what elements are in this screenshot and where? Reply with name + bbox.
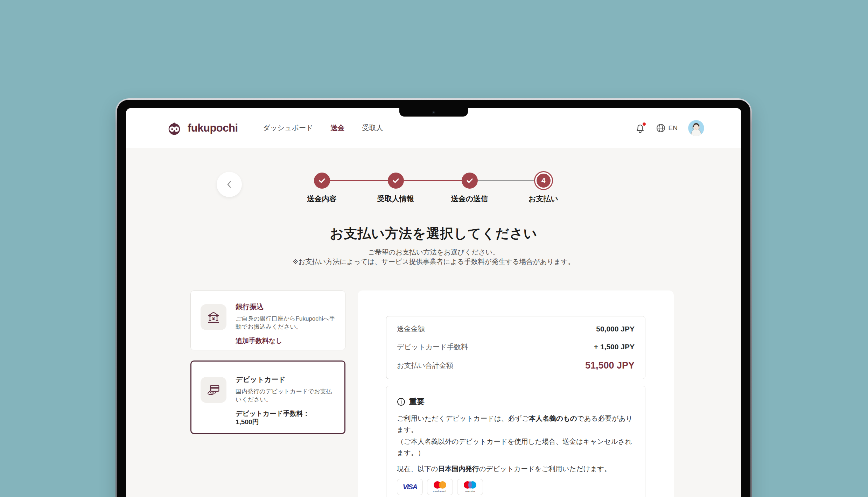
summary-row-amount: 送金金額 50,000 JPY <box>397 324 635 334</box>
visa-logo: VISA <box>403 483 417 491</box>
check-icon <box>465 176 474 185</box>
browser-screen: fukupochi ダッシュボード 送金 受取人 <box>126 108 741 497</box>
important-notice-card: 重要 ご利用いただくデビットカードは、必ずご本人名義のものである必要があります。… <box>386 386 645 497</box>
method-card-debit-card[interactable]: デビットカード 国内発行のデビットカードでお支払いください。 デビットカード手数… <box>190 360 345 434</box>
summary-row-fee: デビットカード手数料 + 1,500 JPY <box>397 342 635 352</box>
svg-text:¥: ¥ <box>212 316 215 321</box>
webcam-icon <box>432 111 435 114</box>
page-title-block: お支払い方法を選択してください ご希望のお支払い方法をお選びください。 ※お支払… <box>126 148 741 266</box>
page-subtitle: ご希望のお支払い方法をお選びください。 ※お支払い方法によっては、サービス提供事… <box>126 247 741 266</box>
nav-item-recipients[interactable]: 受取人 <box>362 123 383 133</box>
laptop-frame: fukupochi ダッシュボード 送金 受取人 <box>115 98 752 497</box>
step-transfer-details: 送金内容 <box>285 173 359 204</box>
progress-stepper: 送金内容 受取人情報 <box>285 173 580 204</box>
payment-method-list: ¥ 銀行振込 ご自身の銀行口座からFukupochiへ手動でお振込みください。 … <box>190 290 345 434</box>
accepted-card-brands: VISA mastercard. <box>397 479 635 495</box>
check-icon <box>318 176 326 185</box>
debit-card-icon-tile <box>201 377 226 403</box>
method-description: ご自身の銀行口座からFukupochiへ手動でお振込みください。 <box>236 315 335 331</box>
notice-paragraph-2: （ご本人名義以外のデビットカードを使用した場合、送金はキャンセルされます。） <box>397 436 635 458</box>
bank-icon: ¥ <box>205 309 222 325</box>
method-card-text: デビットカード 国内発行のデビットカードでお支払いください。 デビットカード手数… <box>236 375 335 433</box>
mastercard-logo-chip: mastercard. <box>427 479 453 495</box>
user-avatar[interactable] <box>688 120 704 136</box>
summary-row-total: お支払い合計金額 51,500 JPY <box>397 360 635 371</box>
check-icon <box>392 176 400 185</box>
brand-name: fukupochi <box>188 122 238 134</box>
subtitle-line-1: ご希望のお支払い方法をお選びください。 <box>126 247 741 257</box>
nav-item-send-money[interactable]: 送金 <box>330 123 344 133</box>
language-switcher[interactable]: EN <box>656 123 678 133</box>
method-fee-note: デビットカード手数料： 1,500円 <box>236 410 335 426</box>
page-title: お支払い方法を選択してください <box>126 225 741 243</box>
header-actions: EN <box>635 120 704 136</box>
bank-icon-tile: ¥ <box>201 304 226 330</box>
desktop-background: { "header": { "brand": "fukupochi", "nav… <box>0 0 868 497</box>
maestro-logo-chip: maestro <box>457 479 483 495</box>
method-title: デビットカード <box>236 375 335 384</box>
step-done-circle <box>462 173 478 189</box>
brand-logo[interactable]: fukupochi <box>166 120 238 136</box>
notification-badge <box>643 122 646 126</box>
maestro-logo <box>464 481 476 489</box>
penguin-logo-icon <box>166 120 182 136</box>
payment-details-panel: 送金金額 50,000 JPY デビットカード手数料 + 1,500 JPY お… <box>358 290 674 497</box>
total-amount: 51,500 JPY <box>585 360 635 371</box>
page-content: 送金内容 受取人情報 <box>126 148 741 497</box>
step-number: 4 <box>537 174 551 188</box>
notifications-button[interactable] <box>635 122 645 134</box>
visa-logo-chip: VISA <box>397 479 423 495</box>
mastercard-logo <box>434 481 446 489</box>
method-card-text: 銀行振込 ご自身の銀行口座からFukupochiへ手動でお振込みください。 追加… <box>236 302 335 350</box>
method-title: 銀行振込 <box>236 302 335 312</box>
step-send-transfer: 送金の送信 <box>433 173 506 204</box>
info-icon <box>397 398 405 406</box>
step-recipient-info: 受取人情報 <box>359 173 433 204</box>
method-card-bank-transfer[interactable]: ¥ 銀行振込 ご自身の銀行口座からFukupochiへ手動でお振込みください。 … <box>190 290 345 350</box>
subtitle-line-2: ※お支払い方法によっては、サービス提供事業者による手数料が発生する場合があります… <box>126 257 741 266</box>
method-fee-note: 追加手数料なし <box>236 337 335 345</box>
notice-title: 重要 <box>409 397 425 407</box>
laptop-bezel: fukupochi ダッシュボード 送金 受取人 <box>117 100 750 497</box>
card-hand-icon <box>205 382 222 398</box>
step-current-circle: 4 <box>534 171 553 190</box>
main-nav: ダッシュボード 送金 受取人 <box>263 123 383 133</box>
step-payment: 4 お支払い <box>506 173 580 204</box>
nav-item-dashboard[interactable]: ダッシュボード <box>263 123 313 133</box>
globe-icon <box>656 123 666 133</box>
notice-paragraph-3: 現在、以下の日本国内発行のデビットカードをご利用いただけます。 <box>397 463 635 474</box>
step-done-circle <box>388 173 404 189</box>
notice-paragraph-1: ご利用いただくデビットカードは、必ずご本人名義のものである必要があります。 <box>397 413 635 435</box>
language-code: EN <box>668 124 678 132</box>
chevron-left-icon <box>225 180 234 189</box>
notice-heading: 重要 <box>397 397 635 407</box>
back-button[interactable] <box>217 172 242 197</box>
amount-summary-card: 送金金額 50,000 JPY デビットカード手数料 + 1,500 JPY お… <box>386 316 645 379</box>
laptop-notch <box>399 108 468 117</box>
method-description: 国内発行のデビットカードでお支払いください。 <box>236 387 335 404</box>
step-done-circle <box>314 173 330 189</box>
avatar-illustration-icon <box>688 120 704 136</box>
